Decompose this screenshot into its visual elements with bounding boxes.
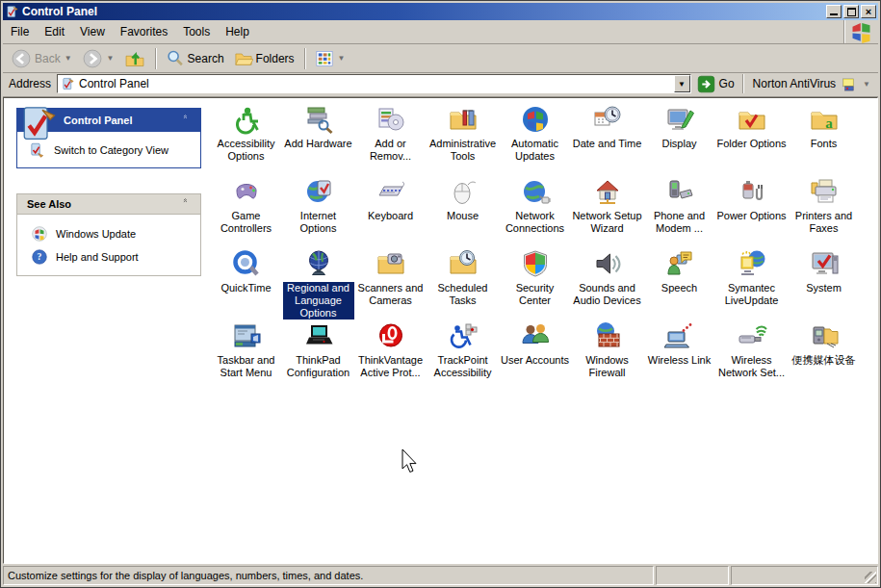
panel-header-see-also[interactable]: See Also: [16, 193, 201, 215]
control-panel-item[interactable]: Windows Firewall: [571, 319, 643, 391]
control-panel-item[interactable]: Add or Remov...: [354, 102, 427, 174]
norton-dropdown-icon[interactable]: ▼: [863, 80, 870, 89]
user-accounts-icon: [520, 320, 551, 351]
address-input[interactable]: Control Panel ▼: [57, 74, 691, 93]
help-icon: ?: [31, 248, 48, 266]
add-remove-programs-icon: [376, 104, 406, 135]
up-button[interactable]: [120, 46, 149, 71]
security-center-icon: [520, 248, 551, 279]
control-panel-item[interactable]: Scheduled Tasks: [427, 246, 499, 319]
control-panel-item[interactable]: Add Hardware: [282, 102, 354, 174]
minimize-button[interactable]: [826, 5, 842, 18]
control-panel-item[interactable]: TrackPoint Accessibility: [427, 319, 499, 391]
explorer-content: Control Panel Switch to Category View Se…: [3, 97, 878, 564]
task-link[interactable]: ? Help and Support: [31, 248, 196, 266]
control-panel-item[interactable]: Folder Options: [715, 102, 788, 174]
accessibility-icon: [231, 104, 262, 135]
control-panel-item[interactable]: Network Connections: [499, 174, 571, 246]
control-panel-item[interactable]: 便携媒体设备: [788, 319, 860, 391]
scanners-cameras-icon: [376, 248, 406, 279]
control-panel-item[interactable]: ThinkPad Configuration: [282, 319, 354, 391]
close-button[interactable]: ×: [861, 5, 876, 18]
control-panel-item[interactable]: Symantec LiveUpdate: [715, 246, 788, 319]
menu-edit[interactable]: Edit: [37, 22, 72, 41]
control-panel-item[interactable]: Accessibility Options: [210, 102, 282, 174]
views-icon: [315, 49, 334, 68]
folders-button[interactable]: Folders: [230, 47, 298, 70]
control-panel-window-icon: [5, 5, 19, 19]
item-label: ThinkVantage Active Prot...: [355, 354, 427, 379]
display-icon: [664, 104, 695, 135]
scheduled-tasks-icon: [448, 248, 479, 279]
control-panel-item[interactable]: Security Center: [499, 246, 571, 319]
menu-file[interactable]: File: [3, 22, 37, 41]
control-panel-item[interactable]: Wireless Link: [643, 319, 715, 391]
control-panel-item[interactable]: Speech: [643, 246, 715, 319]
item-label: Phone and Modem ...: [644, 210, 715, 235]
task-link[interactable]: Switch to Category View: [29, 141, 196, 159]
go-button[interactable]: Go: [691, 75, 742, 93]
control-panel-item[interactable]: Printers and Faxes: [788, 174, 860, 246]
control-panel-item[interactable]: Date and Time: [571, 102, 643, 174]
control-panel-item[interactable]: Keyboard: [354, 174, 427, 246]
item-label: Administrative Tools: [428, 138, 499, 163]
control-panel-item[interactable]: User Accounts: [499, 319, 571, 391]
title-bar[interactable]: Control Panel ×: [3, 3, 878, 20]
control-panel-task-panel: Control Panel Switch to Category View: [16, 108, 201, 168]
norton-antivirus-icon: [841, 77, 857, 91]
svg-text:?: ?: [38, 251, 42, 262]
control-panel-item[interactable]: Automatic Updates: [499, 102, 571, 174]
views-dropdown-icon[interactable]: ▼: [338, 54, 346, 63]
control-panel-item[interactable]: Scanners and Cameras: [354, 246, 427, 319]
task-link-label: Help and Support: [56, 251, 139, 263]
menu-view[interactable]: View: [72, 22, 113, 41]
control-panel-item[interactable]: Taskbar and Start Menu: [210, 319, 282, 391]
control-panel-item[interactable]: Network Setup Wizard: [571, 174, 643, 246]
svg-text:a: a: [825, 115, 833, 131]
back-dropdown-icon[interactable]: ▼: [65, 54, 72, 63]
item-label: Keyboard: [368, 210, 413, 222]
views-button[interactable]: ▼: [311, 47, 350, 70]
menu-favorites[interactable]: Favorites: [113, 22, 175, 41]
control-panel-item[interactable]: QuickTime: [210, 246, 282, 319]
resize-grip[interactable]: [865, 572, 876, 583]
item-label: Regional and Language Options: [283, 282, 354, 320]
search-button[interactable]: Search: [162, 47, 228, 70]
forward-button[interactable]: ▼: [78, 46, 118, 71]
menu-tools[interactable]: Tools: [175, 22, 218, 41]
chevron-up-icon[interactable]: [183, 198, 194, 210]
control-panel-item[interactable]: System: [788, 246, 860, 319]
control-panel-item[interactable]: Sounds and Audio Devices: [571, 246, 643, 319]
item-label: QuickTime: [220, 282, 271, 294]
address-dropdown-button[interactable]: ▼: [674, 75, 690, 92]
item-label: Internet Options: [283, 210, 354, 235]
task-link[interactable]: Windows Update: [31, 225, 196, 243]
control-panel-item[interactable]: Mouse: [427, 174, 499, 246]
control-panel-item[interactable]: ThinkVantage Active Prot...: [354, 319, 427, 391]
maximize-button[interactable]: [843, 5, 859, 18]
control-panel-item[interactable]: Administrative Tools: [427, 102, 499, 174]
admin-tools-icon: [448, 104, 479, 135]
forward-dropdown-icon[interactable]: ▼: [107, 54, 115, 63]
toolbar: Back▼ ▼ Search Folders ▼: [3, 44, 878, 73]
control-panel-item[interactable]: Wireless Network Set...: [715, 319, 788, 391]
control-panel-item[interactable]: Internet Options: [282, 174, 354, 246]
item-label: Printers and Faxes: [789, 210, 860, 235]
item-label: Mouse: [447, 210, 479, 222]
icon-grid: Accessibility Options Add Hardware Add o…: [209, 98, 877, 563]
back-button[interactable]: Back▼: [7, 46, 76, 71]
control-panel-address-icon: [61, 77, 75, 91]
menu-help[interactable]: Help: [218, 22, 257, 41]
control-panel-item[interactable]: Regional and Language Options: [282, 246, 354, 319]
control-panel-item[interactable]: a Fonts: [788, 102, 860, 174]
control-panel-item[interactable]: Phone and Modem ...: [643, 174, 715, 246]
control-panel-item[interactable]: Game Controllers: [210, 174, 282, 246]
norton-antivirus-button[interactable]: Norton AntiVirus ▼: [742, 74, 876, 93]
chevron-up-icon[interactable]: [183, 115, 194, 126]
control-panel-item[interactable]: Power Options: [715, 174, 788, 246]
item-label: Game Controllers: [211, 210, 282, 235]
item-label: Accessibility Options: [211, 138, 282, 163]
item-label: Wireless Link: [648, 354, 711, 367]
control-panel-item[interactable]: Display: [643, 102, 715, 174]
status-text: Customize settings for the display of la…: [3, 566, 654, 585]
